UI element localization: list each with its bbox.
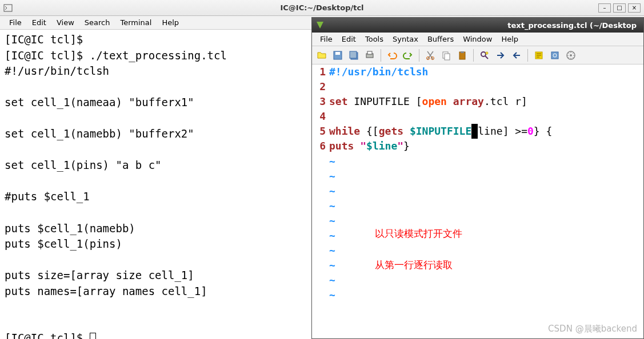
vim-menu-file[interactable]: File bbox=[315, 34, 337, 45]
undo-icon[interactable] bbox=[385, 48, 399, 63]
svg-rect-0 bbox=[4, 5, 12, 11]
vim-app-icon bbox=[315, 21, 325, 30]
copy-icon[interactable] bbox=[439, 48, 454, 63]
terminal-title: IC@IC:~/Desktop/tcl bbox=[280, 3, 363, 12]
cut-icon[interactable] bbox=[423, 48, 438, 63]
script-icon[interactable] bbox=[531, 48, 546, 63]
vim-toolbar bbox=[312, 46, 643, 64]
save-icon[interactable] bbox=[330, 48, 345, 63]
vim-cursor bbox=[471, 124, 478, 139]
save-all-icon[interactable] bbox=[346, 48, 361, 63]
svg-rect-17 bbox=[551, 52, 558, 59]
paste-icon[interactable] bbox=[455, 48, 470, 63]
menu-search[interactable]: Search bbox=[80, 17, 115, 28]
vim-title: text_processing.tcl (~/Desktop bbox=[507, 21, 637, 30]
terminal-titlebar: IC@IC:~/Desktop/tcl – □ × bbox=[0, 0, 644, 16]
vim-window: text_processing.tcl (~/Desktop File Edit… bbox=[311, 17, 644, 339]
vim-menu-window[interactable]: Window bbox=[458, 34, 497, 45]
toolbar-separator bbox=[527, 49, 528, 62]
svg-rect-5 bbox=[350, 51, 357, 58]
svg-point-20 bbox=[570, 54, 572, 56]
toolbar-separator bbox=[473, 49, 474, 62]
svg-marker-1 bbox=[317, 22, 323, 29]
menu-terminal[interactable]: Terminal bbox=[115, 17, 156, 28]
minimize-button[interactable]: – bbox=[598, 3, 611, 13]
menu-edit[interactable]: Edit bbox=[27, 17, 51, 28]
vim-menu-help[interactable]: Help bbox=[497, 34, 523, 45]
open-folder-icon[interactable] bbox=[314, 48, 329, 63]
vim-menu-tools[interactable]: Tools bbox=[361, 34, 388, 45]
arrow-left-icon[interactable] bbox=[509, 48, 524, 63]
svg-rect-11 bbox=[445, 54, 450, 60]
maximize-button[interactable]: □ bbox=[613, 3, 626, 13]
vim-titlebar: text_processing.tcl (~/Desktop bbox=[312, 18, 643, 33]
print-icon[interactable] bbox=[362, 48, 377, 63]
make-icon[interactable] bbox=[547, 48, 562, 63]
watermark: CSDN @晨曦backend bbox=[548, 324, 637, 334]
vim-menu-buffers[interactable]: Buffers bbox=[423, 34, 458, 45]
shell-icon[interactable] bbox=[563, 48, 578, 63]
svg-point-15 bbox=[486, 52, 488, 54]
find-replace-icon[interactable] bbox=[477, 48, 492, 63]
vim-menu-edit[interactable]: Edit bbox=[337, 34, 361, 45]
vim-menubar: File Edit Tools Syntax Buffers Window He… bbox=[312, 33, 643, 46]
vim-menu-syntax[interactable]: Syntax bbox=[388, 34, 423, 45]
terminal-app-icon bbox=[3, 3, 13, 13]
menu-file[interactable]: File bbox=[5, 17, 26, 28]
menu-view[interactable]: View bbox=[52, 17, 79, 28]
close-button[interactable]: × bbox=[628, 3, 641, 13]
menu-help[interactable]: Help bbox=[157, 17, 183, 28]
svg-rect-13 bbox=[461, 51, 464, 53]
svg-rect-7 bbox=[367, 51, 372, 54]
svg-rect-3 bbox=[335, 52, 340, 55]
vim-code[interactable]: #!/usr/bin/tclsh set INPUTFILE [open arr… bbox=[329, 64, 643, 338]
annotation-1: 以只读模式打开文件 bbox=[375, 227, 462, 241]
terminal-cursor bbox=[90, 333, 96, 339]
arrow-right-icon[interactable] bbox=[493, 48, 508, 63]
svg-point-14 bbox=[481, 52, 486, 56]
toolbar-separator bbox=[381, 49, 381, 62]
vim-editor[interactable]: 1 2 3 4 5 6 #!/usr/bin/tclsh set INPUTFI… bbox=[312, 64, 643, 338]
vim-gutter: 1 2 3 4 5 6 bbox=[312, 64, 329, 338]
annotation-2: 从第一行逐行读取 bbox=[375, 259, 453, 273]
redo-icon[interactable] bbox=[401, 48, 415, 63]
toolbar-separator bbox=[419, 49, 419, 62]
